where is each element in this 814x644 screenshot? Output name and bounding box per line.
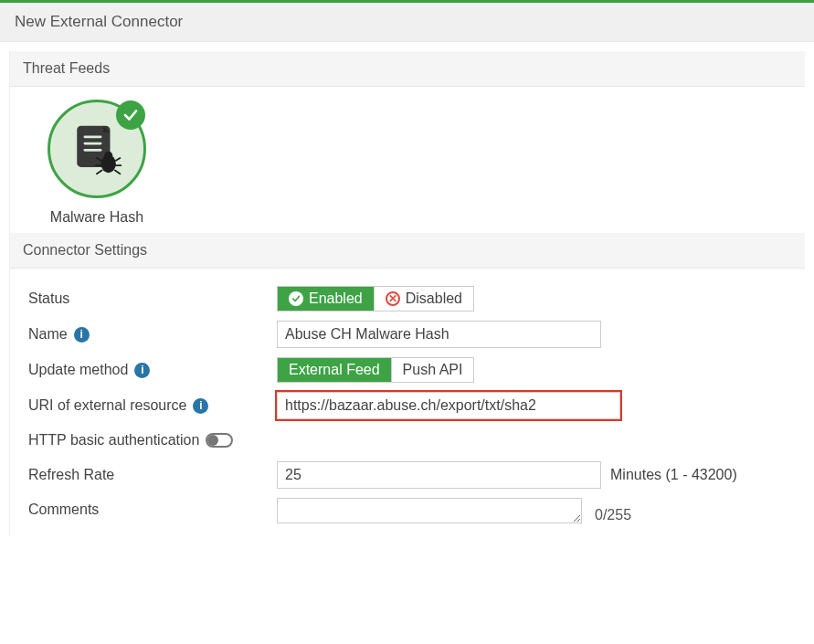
name-input[interactable]: [277, 321, 601, 348]
malware-hash-icon: [48, 100, 146, 198]
update-method-label: Update method: [28, 362, 128, 378]
uri-input[interactable]: [277, 392, 620, 419]
checkmark-badge-icon: [116, 100, 145, 130]
external-feed-label: External Feed: [289, 362, 380, 378]
svg-rect-3: [84, 149, 102, 152]
info-icon[interactable]: i: [134, 363, 150, 378]
refresh-rate-input[interactable]: [277, 461, 601, 489]
status-disabled-button[interactable]: ✕ Disabled: [374, 287, 473, 311]
name-label: Name: [28, 326, 68, 343]
update-method-push-api-button[interactable]: Push API: [391, 358, 474, 382]
main-panel: Threat Feeds: [9, 51, 805, 535]
http-basic-auth-toggle[interactable]: [206, 433, 233, 448]
threat-feed-tile-malware-hash[interactable]: Malware Hash: [28, 100, 165, 226]
section-title-threat-feeds: Threat Feeds: [10, 51, 805, 87]
check-circle-icon: [289, 291, 303, 306]
status-enabled-button[interactable]: Enabled: [278, 287, 374, 311]
update-method-external-feed-button[interactable]: External Feed: [278, 358, 391, 382]
status-enabled-label: Enabled: [309, 290, 363, 307]
comments-label: Comments: [28, 501, 99, 518]
svg-rect-1: [84, 136, 102, 139]
svg-point-5: [104, 152, 112, 160]
status-disabled-label: Disabled: [406, 290, 462, 307]
http-basic-auth-label: HTTP basic authentication: [28, 432, 199, 449]
toggle-knob: [207, 435, 218, 446]
svg-rect-2: [84, 143, 102, 145]
refresh-rate-hint: Minutes (1 - 43200): [610, 467, 737, 483]
refresh-rate-label: Refresh Rate: [28, 467, 114, 483]
uri-label: URI of external resource: [28, 397, 186, 414]
x-circle-icon: ✕: [386, 291, 400, 306]
page-title: New External Connector: [0, 3, 814, 42]
status-toggle-group: Enabled ✕ Disabled: [277, 286, 474, 311]
push-api-label: Push API: [403, 362, 463, 378]
update-method-group: External Feed Push API: [277, 357, 474, 383]
status-label: Status: [28, 290, 69, 307]
threat-feed-label: Malware Hash: [50, 209, 143, 226]
comments-char-counter: 0/255: [595, 507, 631, 523]
info-icon[interactable]: i: [74, 327, 90, 343]
comments-textarea[interactable]: [277, 498, 582, 523]
info-icon[interactable]: i: [193, 398, 208, 414]
document-bug-icon: [70, 122, 123, 175]
section-title-connector-settings: Connector Settings: [10, 233, 805, 269]
